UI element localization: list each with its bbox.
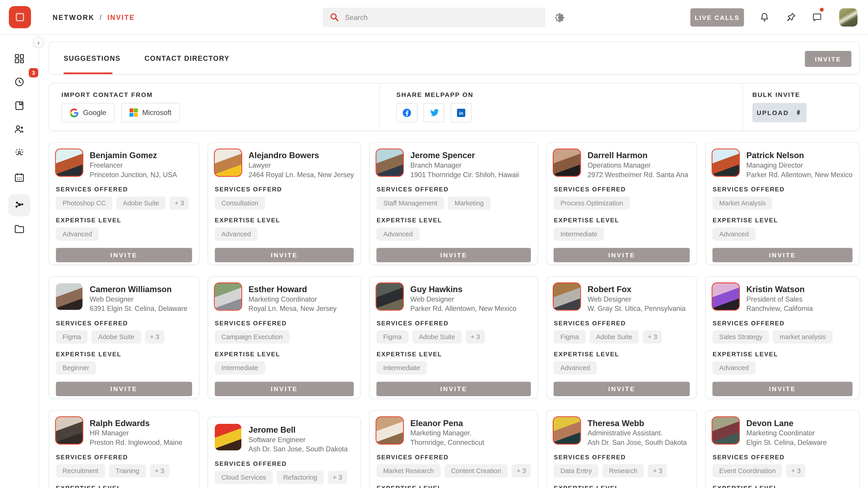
sidebar-collapse-button[interactable]: › — [33, 37, 44, 48]
search-input[interactable] — [323, 8, 545, 27]
contact-identity: Patrick Nelson Managing Director Parker … — [746, 149, 852, 179]
contact-card: Eleanor Pena Marketing Manager. Thornrid… — [369, 410, 538, 488]
contact-address: Ash Dr. San Jose, South Dakota — [587, 439, 687, 447]
import-google-button[interactable]: Google — [61, 103, 115, 123]
share-linkedin-button[interactable]: in — [451, 103, 471, 123]
tab-contact-directory[interactable]: CONTACT DIRECTORY — [145, 42, 229, 75]
contact-role: Lawyer — [248, 162, 354, 169]
share-twitter-button[interactable] — [423, 103, 444, 123]
svg-text:in: in — [459, 110, 463, 116]
contact-address: Thornridge, Connecticut — [410, 439, 484, 447]
expertise-level-label: EXPERTISE LEVEL — [377, 217, 531, 223]
contact-role: Web Designer — [90, 295, 187, 303]
expertise-level-label: EXPERTISE LEVEL — [712, 351, 852, 357]
service-chip: market analysis — [773, 330, 833, 344]
sidebar-item-community[interactable] — [8, 142, 31, 164]
card-invite-button[interactable]: INVITE — [377, 382, 531, 396]
more-services-chip: + 3 — [643, 330, 662, 344]
expertise-level-label: EXPERTISE LEVEL — [56, 217, 192, 223]
expertise-chip: Intermediate — [215, 361, 265, 375]
card-invite-button[interactable]: INVITE — [554, 382, 690, 396]
service-chip: Market Research — [377, 464, 440, 478]
chat-icon[interactable] — [811, 11, 823, 23]
services-offered-label: SERVICES OFFERED — [56, 454, 192, 460]
service-chip: Event Coordination — [712, 464, 782, 478]
contact-avatar — [215, 149, 241, 176]
expertise-chips: Advanced — [712, 361, 852, 375]
contact-name: Jerome Spencer — [410, 151, 519, 160]
contact-role: Web Designer — [410, 295, 517, 303]
expertise-chips: Advanced — [377, 228, 531, 241]
sidebar-item-files[interactable] — [8, 218, 31, 240]
more-services-chip: + 3 — [466, 330, 485, 344]
pin-icon[interactable] — [785, 11, 797, 23]
contact-address: Parker Rd. Allentown, New Mexico — [746, 171, 852, 179]
breadcrumb: NETWORK / INVITE — [53, 14, 135, 22]
sidebar-item-recent[interactable]: 3 — [8, 71, 31, 93]
notifications-bell-icon[interactable] — [759, 11, 770, 23]
card-invite-button[interactable]: INVITE — [56, 248, 192, 262]
contact-header: Kristin Watson President of Sales Ranchv… — [712, 283, 852, 313]
card-invite-button[interactable]: INVITE — [215, 248, 354, 262]
contact-header: Esther Howard Marketing Coordinator Roya… — [215, 283, 354, 313]
bulk-invite-section: BULK INVITE UPLOAD — [742, 84, 859, 131]
services-chips: Data EntryResearch+ 3 — [554, 464, 690, 478]
user-avatar[interactable] — [839, 8, 858, 27]
service-chip: Marketing — [448, 196, 490, 210]
card-invite-button[interactable]: INVITE — [712, 248, 852, 262]
service-chip: Adobe Suite — [589, 330, 639, 344]
more-services-chip: + 3 — [648, 464, 667, 478]
card-invite-button[interactable]: INVITE — [377, 248, 531, 262]
services-offered-label: SERVICES OFFERED — [215, 320, 354, 326]
header-invite-button[interactable]: INVITE — [805, 51, 851, 67]
sidebar-item-notes[interactable] — [8, 95, 31, 117]
more-services-chip: + 3 — [150, 464, 169, 478]
sidebar-item-dashboard[interactable] — [8, 48, 31, 70]
contact-identity: Benjamin Gomez Freelancer Princeton Junc… — [90, 149, 177, 179]
expertise-chip: Advanced — [377, 228, 419, 241]
expertise-level-label: EXPERTISE LEVEL — [215, 351, 354, 357]
tab-suggestions[interactable]: SUGGESTIONS — [64, 42, 121, 75]
import-contact-title: IMPORT CONTACT FROM — [61, 91, 379, 98]
contact-avatar — [215, 424, 241, 451]
service-chip: Sales Strategy — [712, 330, 769, 344]
live-calls-button[interactable]: LIVE CALLS — [690, 8, 744, 27]
breadcrumb-section[interactable]: NETWORK — [53, 14, 95, 22]
active-tab-underline — [64, 72, 113, 74]
expertise-chip: Beginner — [56, 361, 96, 375]
contact-header: Theresa Webb Administrative Assistant. A… — [554, 417, 690, 447]
more-services-chip: + 3 — [169, 196, 189, 210]
contact-card: Patrick Nelson Managing Director Parker … — [706, 142, 860, 265]
sidebar-item-contacts[interactable] — [8, 118, 31, 140]
contact-card: Jerome Spencer Branch Manager 1901 Thorn… — [369, 142, 538, 265]
service-chip: Market Analysis — [712, 196, 772, 210]
card-invite-button[interactable]: INVITE — [712, 382, 852, 396]
services-offered-label: SERVICES OFFERED — [554, 320, 690, 326]
contact-role: Administrative Assistant. — [587, 429, 687, 437]
contact-name: Benjamin Gomez — [90, 151, 177, 160]
bulk-upload-button[interactable]: UPLOAD — [752, 103, 807, 123]
services-chips: Consultation — [215, 196, 354, 210]
contact-name: Guy Hawkins — [410, 285, 517, 294]
sidebar-item-network[interactable] — [8, 194, 31, 217]
contact-address: Ranchview, California — [746, 305, 813, 313]
sidebar-item-calendar[interactable] — [8, 166, 31, 189]
services-chips: Cloud ServicesRefactoring+ 3 — [215, 471, 354, 484]
import-microsoft-button[interactable]: Microsoft — [121, 103, 180, 123]
card-invite-button[interactable]: INVITE — [56, 382, 192, 396]
card-invite-button[interactable]: INVITE — [554, 248, 690, 262]
services-offered-label: SERVICES OFFERED — [712, 186, 852, 193]
share-facebook-button[interactable] — [396, 103, 417, 123]
contact-name: Eleanor Pena — [410, 418, 484, 428]
contact-identity: Guy Hawkins Web Designer Parker Rd. Alle… — [410, 283, 517, 313]
app-logo-icon[interactable] — [9, 6, 31, 28]
theme-toggle-icon[interactable] — [554, 12, 565, 23]
contact-role: Operations Manager — [587, 162, 688, 169]
card-invite-button[interactable]: INVITE — [215, 382, 354, 396]
service-chip: Figma — [56, 330, 88, 344]
service-chip: Figma — [377, 330, 408, 344]
contact-identity: Esther Howard Marketing Coordinator Roya… — [248, 283, 337, 313]
breadcrumb-page: INVITE — [107, 14, 135, 22]
service-chip: Staff Management — [377, 196, 444, 210]
contact-avatar — [56, 417, 83, 444]
